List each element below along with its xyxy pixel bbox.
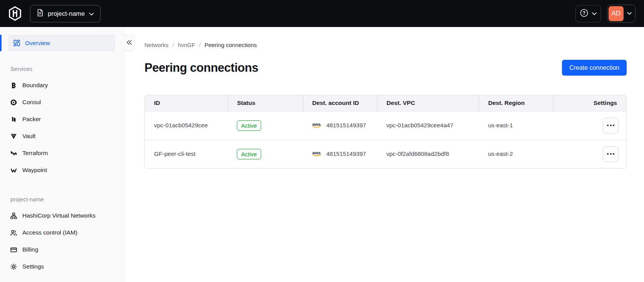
project-switcher-button[interactable]: project-name (30, 5, 101, 22)
svg-text:aws: aws (312, 122, 321, 126)
main-content: Networks / hvnGF / Peering connections P… (124, 27, 644, 282)
chevron-down-icon (592, 11, 597, 17)
column-header-id: ID (145, 95, 228, 111)
more-options-icon (607, 153, 609, 155)
cell-dest-account-id: aws 481515149397 (303, 140, 377, 168)
sidebar-item-settings[interactable]: Settings (0, 258, 124, 275)
sidebar-collapse-button[interactable] (124, 35, 135, 51)
breadcrumb-separator: / (199, 42, 201, 48)
avatar: AD (609, 6, 624, 21)
consul-icon (10, 99, 17, 106)
cell-dest-region: us-east-1 (479, 111, 553, 140)
sidebar-section-heading-project: project-name (10, 196, 113, 203)
column-header-dest-account-id: Dest. account ID (303, 95, 377, 111)
chevron-down-icon (89, 10, 94, 17)
cell-id: GF-peer-cli-test (145, 140, 228, 168)
hashicorp-logo-icon (8, 6, 22, 21)
terraform-icon (10, 150, 17, 157)
sidebar-item-label: Overview (25, 40, 50, 47)
cell-settings (553, 111, 626, 140)
gear-icon (10, 263, 17, 270)
sidebar-item-label: Settings (22, 263, 44, 270)
create-connection-button[interactable]: Create connection (562, 60, 627, 76)
vault-icon (10, 133, 17, 140)
help-menu-button[interactable]: ? (575, 5, 601, 22)
table-row: vpc-01acb05429cee Active aws (145, 111, 626, 140)
more-options-icon (607, 125, 609, 126)
active-item-accent-bar (0, 35, 2, 51)
network-icon (10, 213, 17, 219)
cell-dest-vpc: vpc-0f2afd6808ad2bdf8 (377, 140, 479, 168)
cell-status: Active (228, 111, 303, 140)
sidebar-item-label: Access control (IAM) (22, 229, 77, 236)
sidebar-item-label: Vault (22, 133, 35, 140)
sidebar-item-hashicorp-virtual-networks[interactable]: HashiCorp Virtual Networks (0, 207, 124, 224)
user-menu-button[interactable]: AD (607, 5, 636, 23)
cell-dest-account-id: aws 481515149397 (303, 111, 377, 140)
column-header-dest-region: Dest. Region (479, 95, 553, 111)
sidebar-item-billing[interactable]: Billing (0, 241, 124, 258)
sidebar-item-label: HashiCorp Virtual Networks (22, 212, 96, 219)
table-row: GF-peer-cli-test Active aws (145, 140, 626, 168)
column-header-dest-vpc: Dest. VPC (377, 95, 479, 111)
sidebar-item-label: Terraform (22, 150, 48, 157)
cell-dest-vpc: vpc-01acb05429cee4a47 (377, 111, 479, 140)
account-id-value: 481515149397 (326, 150, 366, 157)
cell-id: vpc-01acb05429cee (145, 111, 228, 140)
page-title: Peering connections (144, 61, 258, 75)
sidebar-section-heading-services: Services (10, 66, 113, 72)
aws-icon: aws (312, 122, 322, 130)
sidebar-item-waypoint[interactable]: Waypoint (0, 162, 124, 179)
boundary-icon (10, 82, 17, 89)
status-badge: Active (237, 120, 261, 131)
breadcrumb: Networks / hvnGF / Peering connections (144, 42, 627, 48)
chevron-down-icon (624, 12, 635, 15)
sidebar-item-access-control-iam[interactable]: Access control (IAM) (0, 224, 124, 241)
cell-settings (553, 140, 626, 168)
peering-connections-table: ID Status Dest. account ID Dest. VPC Des… (144, 95, 627, 169)
sidebar-item-label: Boundary (22, 82, 48, 89)
breadcrumb-item-hvn[interactable]: hvnGF (178, 42, 195, 48)
account-id-value: 481515149397 (326, 122, 366, 129)
sidebar-item-label: Consul (22, 99, 41, 106)
breadcrumb-item-current: Peering connections (205, 42, 257, 48)
column-header-status: Status (228, 95, 303, 111)
breadcrumb-item-networks[interactable]: Networks (144, 42, 169, 48)
document-icon (37, 9, 44, 18)
sidebar-item-overview[interactable]: Overview (8, 35, 115, 51)
sidebar-item-label: Packer (22, 116, 41, 123)
sidebar-item-vault[interactable]: Vault (0, 128, 124, 145)
sidebar-item-packer[interactable]: Packer (0, 111, 124, 128)
sidebar-item-terraform[interactable]: Terraform (0, 145, 124, 162)
packer-icon (10, 116, 17, 123)
cell-dest-region: us-east-2 (479, 140, 553, 168)
sidebar-item-label: Waypoint (22, 167, 47, 174)
table-header-row: ID Status Dest. account ID Dest. VPC Des… (145, 95, 626, 111)
dashboard-icon (13, 40, 20, 46)
sidebar-item-boundary[interactable]: Boundary (0, 77, 124, 94)
svg-text:?: ? (582, 10, 585, 16)
row-options-button[interactable] (603, 118, 619, 133)
breadcrumb-separator: / (173, 42, 174, 48)
cell-status: Active (228, 140, 303, 168)
users-icon (10, 230, 17, 236)
project-switcher-label: project-name (48, 10, 85, 17)
sidebar-item-label: Billing (22, 246, 38, 253)
top-nav-bar: project-name ? AD (0, 0, 644, 27)
aws-icon: aws (312, 150, 322, 158)
sidebar: Overview Services Boundary (0, 27, 124, 282)
sidebar-item-consul[interactable]: Consul (0, 94, 124, 111)
row-options-button[interactable] (603, 146, 619, 162)
svg-text:aws: aws (312, 150, 321, 155)
double-chevron-left-icon (126, 40, 132, 46)
credit-card-icon (10, 247, 17, 253)
waypoint-icon (10, 167, 17, 174)
status-badge: Active (237, 149, 261, 159)
help-icon: ? (580, 9, 588, 18)
column-header-settings: Settings (553, 95, 626, 111)
